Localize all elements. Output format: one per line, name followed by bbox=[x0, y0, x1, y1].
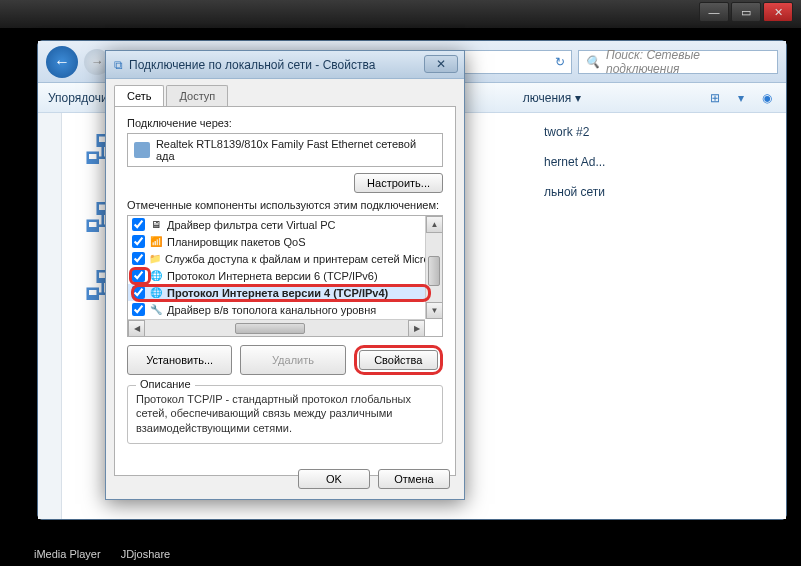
search-input[interactable]: 🔍 Поиск: Сетевые подключения bbox=[578, 50, 778, 74]
description-text: Протокол TCP/IP - стандартный протокол г… bbox=[136, 392, 434, 435]
qos-icon: 📶 bbox=[149, 235, 163, 249]
description-group: Описание Протокол TCP/IP - стандартный п… bbox=[127, 385, 443, 444]
scroll-thumb[interactable] bbox=[428, 256, 440, 286]
component-checkbox[interactable] bbox=[132, 235, 145, 248]
close-button[interactable]: ✕ bbox=[763, 2, 793, 22]
adapter-icon bbox=[134, 142, 150, 158]
component-row: 🖥 Драйвер фильтра сети Virtual PC bbox=[128, 216, 425, 233]
minimize-button[interactable]: — bbox=[699, 2, 729, 22]
components-label: Отмеченные компоненты используются этим … bbox=[127, 199, 443, 211]
refresh-icon[interactable]: ↻ bbox=[555, 55, 565, 69]
help-icon[interactable]: ◉ bbox=[758, 89, 776, 107]
component-label: Протокол Интернета версии 6 (TCP/IPv6) bbox=[167, 270, 378, 282]
component-label: Служба доступа к файлам и принтерам сете… bbox=[165, 253, 425, 265]
horizontal-scrollbar[interactable]: ◀ ▶ bbox=[128, 319, 425, 336]
component-row-selected: 🌐 Протокол Интернета версии 4 (TCP/IPv4) bbox=[128, 284, 425, 301]
service-icon: 📁 bbox=[149, 252, 161, 266]
search-placeholder: Поиск: Сетевые подключения bbox=[606, 48, 771, 76]
driver-icon: 🔧 bbox=[149, 303, 163, 317]
adapter-field: Realtek RTL8139/810x Family Fast Etherne… bbox=[127, 133, 443, 167]
tab-access[interactable]: Доступ bbox=[166, 85, 228, 106]
outer-titlebar: — ▭ ✕ bbox=[0, 0, 801, 28]
tab-panel: Подключение через: Realtek RTL8139/810x … bbox=[114, 106, 456, 476]
component-checkbox[interactable] bbox=[132, 286, 145, 299]
search-icon: 🔍 bbox=[585, 55, 600, 69]
properties-button[interactable]: Свойства bbox=[359, 350, 438, 370]
component-checkbox[interactable] bbox=[132, 252, 145, 265]
dialog-title: Подключение по локальной сети - Свойства bbox=[129, 58, 375, 72]
component-label: Протокол Интернета версии 4 (TCP/IPv4) bbox=[167, 287, 388, 299]
network-icon: ⧉ bbox=[114, 58, 123, 72]
connect-via-label: Подключение через: bbox=[127, 117, 443, 129]
description-legend: Описание bbox=[136, 378, 195, 390]
properties-dialog: ⧉ Подключение по локальной сети - Свойст… bbox=[105, 50, 465, 500]
component-row: 🌐 Протокол Интернета версии 6 (TCP/IPv6) bbox=[128, 267, 425, 284]
tab-network[interactable]: Сеть bbox=[114, 85, 164, 106]
component-checkbox[interactable] bbox=[132, 218, 145, 231]
scroll-down-button[interactable]: ▼ bbox=[426, 302, 443, 319]
tabs: Сеть Доступ bbox=[106, 79, 464, 106]
components-listbox[interactable]: 🖥 Драйвер фильтра сети Virtual PC 📶 План… bbox=[127, 215, 443, 337]
list-item[interactable]: hernet Ad... bbox=[544, 155, 605, 169]
component-checkbox[interactable] bbox=[132, 269, 145, 282]
component-checkbox[interactable] bbox=[132, 303, 145, 316]
scroll-left-button[interactable]: ◀ bbox=[128, 320, 145, 337]
cancel-button[interactable]: Отмена bbox=[378, 469, 450, 489]
taskbar-item[interactable]: JDjoshare bbox=[121, 548, 171, 560]
adapter-name: Realtek RTL8139/810x Family Fast Etherne… bbox=[156, 138, 436, 162]
component-label: Драйвер в/в тополога канального уровня bbox=[167, 304, 376, 316]
uninstall-button: Удалить bbox=[240, 345, 345, 375]
vertical-scrollbar[interactable]: ▲ ▼ bbox=[425, 216, 442, 319]
nav-back-button[interactable]: ← bbox=[46, 46, 78, 78]
dialog-titlebar[interactable]: ⧉ Подключение по локальной сети - Свойст… bbox=[106, 51, 464, 79]
install-button[interactable]: Установить... bbox=[127, 345, 232, 375]
dialog-close-button[interactable]: ✕ bbox=[424, 55, 458, 73]
explorer-sidebar bbox=[38, 113, 62, 519]
protocol-icon: 🌐 bbox=[149, 269, 163, 283]
component-label: Планировщик пакетов QoS bbox=[167, 236, 306, 248]
driver-icon: 🖥 bbox=[149, 218, 163, 232]
view-icon[interactable]: ⊞ bbox=[706, 89, 724, 107]
protocol-icon: 🌐 bbox=[149, 286, 163, 300]
connections-menu[interactable]: лючения ▾ bbox=[523, 91, 581, 105]
component-label: Драйвер фильтра сети Virtual PC bbox=[167, 219, 335, 231]
taskbar: iMedia Player JDjoshare bbox=[34, 548, 170, 560]
component-row: 🔧 Драйвер в/в тополога канального уровня bbox=[128, 301, 425, 318]
list-item[interactable]: twork #2 bbox=[544, 125, 605, 139]
taskbar-item[interactable]: iMedia Player bbox=[34, 548, 101, 560]
list-item[interactable]: льной сети bbox=[544, 185, 605, 199]
scroll-up-button[interactable]: ▲ bbox=[426, 216, 443, 233]
maximize-button[interactable]: ▭ bbox=[731, 2, 761, 22]
component-row: 📁 Служба доступа к файлам и принтерам се… bbox=[128, 250, 425, 267]
scroll-thumb[interactable] bbox=[235, 323, 305, 334]
scroll-right-button[interactable]: ▶ bbox=[408, 320, 425, 337]
configure-button[interactable]: Настроить... bbox=[354, 173, 443, 193]
view-dropdown-icon[interactable]: ▾ bbox=[732, 89, 750, 107]
ok-button[interactable]: OK bbox=[298, 469, 370, 489]
component-row: 📶 Планировщик пакетов QoS bbox=[128, 233, 425, 250]
highlight-annotation: Свойства bbox=[354, 345, 443, 375]
